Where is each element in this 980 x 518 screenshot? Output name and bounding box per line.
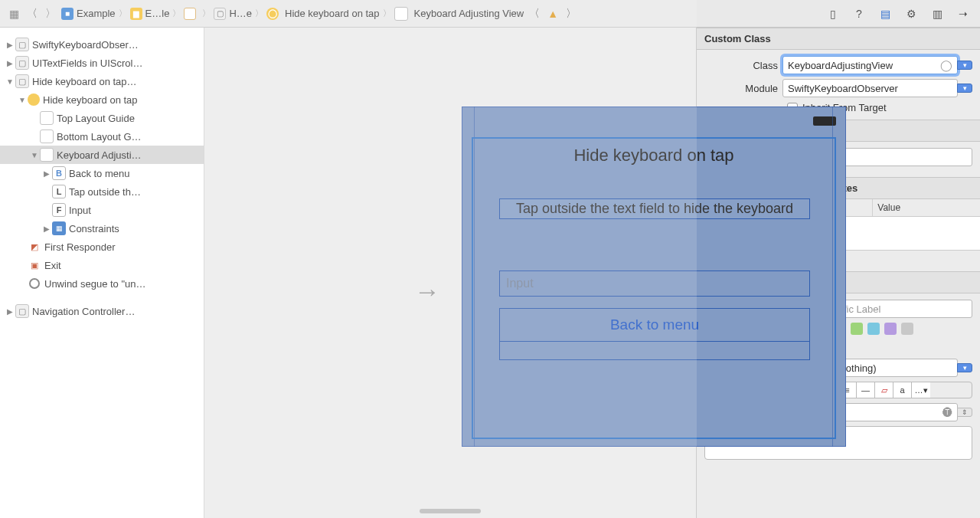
resize-handle[interactable]: [420, 509, 481, 513]
document-outline[interactable]: ▶▢SwiftyKeyboardObser… ▶▢UITextFields in…: [0, 28, 204, 518]
crumb-text: H…e: [229, 8, 252, 19]
chevron-icon: 〉: [117, 8, 129, 19]
textfield-input[interactable]: Input: [499, 270, 810, 297]
attributes-inspector-icon[interactable]: ⚙: [903, 6, 919, 21]
device-frame[interactable]: Hide keyboard on tap Tap outside the tex…: [462, 107, 846, 447]
outline-label: Unwind segue to "un…: [44, 278, 146, 290]
outline-exit[interactable]: ▣Exit: [0, 256, 204, 274]
connections-inspector-icon[interactable]: ➝: [956, 6, 971, 21]
margin-guide: [832, 107, 833, 447]
file-inspector-icon[interactable]: ▯: [825, 6, 841, 21]
project-icon: ■: [61, 8, 74, 20]
outline-label: Keyboard Adjusti…: [57, 149, 142, 161]
margin-guide: [474, 107, 475, 447]
outline-view-selected[interactable]: ▼Keyboard Adjusti…: [0, 146, 204, 164]
lock-dropdown[interactable]: ▾: [957, 363, 972, 372]
firstresponder-icon: ◩: [28, 240, 41, 254]
crumb-vc[interactable]: ◯ Hide keyboard on tap: [266, 8, 380, 20]
segue-arrow-icon: →: [414, 277, 440, 307]
scene-icon: ▢: [214, 8, 226, 20]
outline-label: Hide keyboard on tap: [43, 94, 138, 106]
constraints-icon: ▦: [52, 221, 66, 235]
textfield-icon: F: [52, 203, 66, 217]
outline-label[interactable]: LTap outside th…: [0, 182, 204, 201]
identity-inspector-icon[interactable]: ▤: [877, 6, 893, 21]
inspector-tabs: ▯ ? ▤ ⚙ ▥ ➝: [825, 6, 974, 21]
outline-label: UITextFields in UIScrol…: [32, 57, 142, 69]
back-icon[interactable]: 〈: [24, 6, 40, 21]
crumb-text: Example: [77, 8, 116, 19]
viewcontroller-icon: [28, 93, 40, 106]
crumb-storyboard[interactable]: [184, 8, 199, 20]
viewcontroller-icon: ◯: [266, 8, 279, 20]
outline-viewcontroller[interactable]: ▼Hide keyboard on tap: [0, 90, 204, 109]
crumb-folder[interactable]: ▆ E…le: [130, 8, 170, 20]
more-icon[interactable]: …▾: [912, 382, 930, 398]
button-label: Back to menu: [500, 309, 809, 341]
help-inspector-icon[interactable]: ?: [851, 6, 867, 21]
label-icon: L: [52, 185, 66, 198]
outline-first-responder[interactable]: ◩First Responder: [0, 238, 204, 256]
outline-textfield[interactable]: FInput: [0, 201, 204, 219]
outline-label: Navigation Controller…: [32, 306, 135, 317]
outline-button[interactable]: ▶BBack to menu: [0, 164, 204, 182]
outline-scene[interactable]: ▼▢Hide keyboard on tap…: [0, 72, 204, 90]
outline-scene[interactable]: ▶▢UITextFields in UIScrol…: [0, 54, 204, 72]
strike-icon[interactable]: ▱: [875, 382, 893, 398]
forward-icon[interactable]: 〉: [43, 6, 58, 21]
module-dropdown[interactable]: ▾: [957, 84, 972, 93]
class-dropdown[interactable]: ▾: [957, 61, 972, 70]
outline-label: Tap outside th…: [69, 186, 141, 198]
storyboard-icon: ▢: [15, 56, 29, 70]
static-label[interactable]: Tap outside the text field to hide the k…: [499, 198, 810, 219]
crumb-text: Hide keyboard on tap: [285, 8, 380, 19]
warning-icon[interactable]: ▲: [545, 6, 560, 21]
textbox-icon[interactable]: a: [893, 382, 912, 398]
view-icon: [394, 7, 408, 21]
crumb-view[interactable]: Keyboard Adjusting View: [394, 7, 524, 21]
breadcrumb: ■ Example 〉 ▆ E…le 〉 〉 ▢ H…e 〉 ◯ Hide ke…: [61, 7, 524, 21]
chevron-icon: 〉: [201, 8, 212, 19]
size-inspector-icon[interactable]: ▥: [929, 6, 945, 21]
related-items-icon[interactable]: ▦: [6, 6, 21, 21]
folder-icon: ▆: [130, 8, 142, 20]
swatch-grey[interactable]: [901, 323, 913, 335]
unwind-icon: [28, 277, 41, 290]
outline-scene[interactable]: ▶▢SwiftyKeyboardObser…: [0, 35, 204, 54]
outline-scene[interactable]: ▶▢Navigation Controller…: [0, 302, 204, 320]
swatch-purple[interactable]: [884, 323, 897, 335]
back-button[interactable]: Back to menu: [499, 308, 810, 360]
outline-layout-guide[interactable]: Bottom Layout G…: [0, 127, 204, 146]
font-stepper[interactable]: ⇕: [957, 408, 972, 417]
outline-constraints[interactable]: ▶▦Constraints: [0, 219, 204, 238]
outline-label: Constraints: [69, 223, 119, 234]
crumb-text: E…le: [145, 8, 170, 19]
outline-unwind[interactable]: Unwind segue to "un…: [0, 274, 204, 293]
outline-label: SwiftyKeyboardObser…: [32, 39, 139, 51]
outline-label: Bottom Layout G…: [57, 131, 142, 143]
crumb-project[interactable]: ■ Example: [61, 8, 116, 20]
col-header: Value: [873, 199, 980, 216]
layoutguide-icon: [40, 130, 54, 143]
crumb-scene[interactable]: ▢ H…e: [214, 8, 252, 20]
scene-title: Hide keyboard on tap: [462, 146, 845, 166]
swatch-green[interactable]: [851, 323, 863, 335]
outline-layout-guide[interactable]: Top Layout Guide: [0, 109, 204, 127]
outline-label: Back to menu: [69, 168, 130, 179]
crumb-text: Keyboard Adjusting View: [414, 8, 524, 19]
nav-fwd-icon[interactable]: 〉: [564, 6, 579, 21]
input-value: SwiftyKeyboardObserver: [788, 83, 898, 94]
ib-canvas[interactable]: → Hide keyboard on tap Tap outside the t…: [204, 28, 697, 518]
font-picker-icon[interactable]: 🅣: [942, 407, 952, 418]
outline-label: Top Layout Guide: [57, 113, 135, 124]
module-input[interactable]: SwiftyKeyboardObserver: [782, 79, 958, 97]
section-header: Custom Class: [697, 28, 980, 50]
hr-icon[interactable]: ―: [857, 382, 875, 398]
swatch-blue[interactable]: [867, 323, 880, 335]
chevron-icon: 〉: [253, 8, 265, 19]
nav-back-icon[interactable]: 〈: [527, 6, 542, 21]
clear-icon[interactable]: ◯: [940, 59, 952, 71]
outline-label: Input: [69, 205, 91, 216]
exit-icon: ▣: [28, 258, 41, 272]
class-input[interactable]: KeyboardAdjustingView◯: [782, 56, 958, 74]
